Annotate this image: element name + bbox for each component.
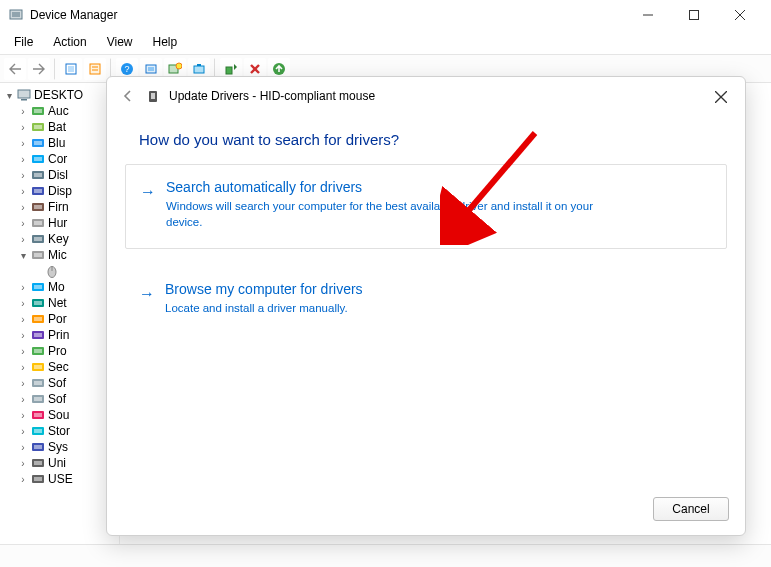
expander-icon[interactable]: › (18, 378, 28, 389)
expander-icon[interactable]: › (18, 218, 28, 229)
svg-rect-34 (34, 173, 42, 177)
svg-rect-19 (226, 67, 232, 74)
show-hidden-button[interactable] (60, 58, 82, 80)
svg-rect-28 (34, 125, 42, 129)
menu-view[interactable]: View (97, 32, 143, 52)
tree-node-label: Sof (48, 376, 66, 390)
tree-node[interactable]: ›Pro (18, 343, 119, 359)
tree-node[interactable]: ›Blu (18, 135, 119, 151)
menu-help[interactable]: Help (143, 32, 188, 52)
tree-node[interactable]: ›Sof (18, 391, 119, 407)
expander-icon[interactable]: › (18, 138, 28, 149)
expander-icon[interactable]: › (18, 458, 28, 469)
tree-node-label: Uni (48, 456, 66, 470)
expander-icon[interactable]: › (18, 362, 28, 373)
tree-node[interactable]: ›Disp (18, 183, 119, 199)
device-category-icon (30, 328, 46, 342)
tree-node[interactable]: ›Bat (18, 119, 119, 135)
tree-node[interactable]: ›Stor (18, 423, 119, 439)
svg-rect-23 (18, 90, 30, 98)
expander-icon[interactable]: › (18, 346, 28, 357)
tree-node-label: Sou (48, 408, 69, 422)
titlebar: Device Manager (0, 0, 771, 30)
tree-node-child[interactable] (18, 263, 119, 279)
forward-button[interactable] (28, 58, 50, 80)
expander-icon[interactable]: › (18, 298, 28, 309)
expander-icon[interactable]: › (18, 106, 28, 117)
tree-node[interactable]: ›Uni (18, 455, 119, 471)
dialog-back-button[interactable] (119, 87, 137, 105)
properties-button[interactable] (84, 58, 106, 80)
svg-rect-48 (34, 285, 42, 289)
tree-node-label: Prin (48, 328, 69, 342)
expander-icon[interactable]: › (18, 426, 28, 437)
expander-icon[interactable]: › (18, 314, 28, 325)
update-drivers-dialog: Update Drivers - HID-compliant mouse How… (106, 76, 746, 536)
tree-node[interactable]: ›Firn (18, 199, 119, 215)
tree-node-label: Stor (48, 424, 70, 438)
tree-node[interactable]: ›Sou (18, 407, 119, 423)
device-tree[interactable]: ▾ DESKTO ›Auc›Bat›Blu›Cor›Disl›Disp›Firn… (0, 83, 120, 544)
cancel-button[interactable]: Cancel (653, 497, 729, 521)
close-button[interactable] (717, 0, 763, 30)
tree-node[interactable]: ▾Mic (18, 247, 119, 263)
expander-icon[interactable]: › (18, 282, 28, 293)
expander-icon[interactable]: › (18, 234, 28, 245)
device-icon (145, 89, 161, 103)
expander-icon[interactable]: › (18, 154, 28, 165)
svg-rect-42 (34, 237, 42, 241)
menu-action[interactable]: Action (43, 32, 96, 52)
expander-icon[interactable]: › (18, 186, 28, 197)
tree-node[interactable]: ›Mo (18, 279, 119, 295)
back-button[interactable] (4, 58, 26, 80)
tree-node-label: Pro (48, 344, 67, 358)
tree-node[interactable]: ›Auc (18, 103, 119, 119)
status-bar (0, 544, 771, 567)
expander-icon[interactable]: › (18, 122, 28, 133)
svg-rect-7 (68, 66, 74, 72)
device-category-icon (30, 232, 46, 246)
tree-node[interactable]: ›Prin (18, 327, 119, 343)
svg-text:?: ? (124, 64, 129, 74)
expander-icon[interactable]: › (18, 410, 28, 421)
expander-icon[interactable]: › (18, 442, 28, 453)
tree-node[interactable]: ›Sof (18, 375, 119, 391)
expander-icon[interactable]: › (18, 202, 28, 213)
svg-rect-3 (690, 11, 699, 20)
tree-node-label: Key (48, 232, 69, 246)
tree-node[interactable]: ›Por (18, 311, 119, 327)
tree-node[interactable]: ›Sec (18, 359, 119, 375)
tree-node[interactable]: ›Hur (18, 215, 119, 231)
device-category-icon (30, 152, 46, 166)
tree-node-label: Disp (48, 184, 72, 198)
dialog-heading: How do you want to search for drivers? (125, 111, 727, 164)
option-browse-computer[interactable]: → Browse my computer for drivers Locate … (125, 267, 727, 323)
option-search-automatically[interactable]: → Search automatically for drivers Windo… (125, 164, 727, 249)
device-category-icon (30, 344, 46, 358)
expander-icon[interactable]: › (18, 474, 28, 485)
option-desc: Locate and install a driver manually. (165, 301, 605, 317)
maximize-button[interactable] (671, 0, 717, 30)
option-title: Search automatically for drivers (166, 179, 708, 195)
collapse-icon[interactable]: ▾ (4, 90, 14, 101)
tree-node[interactable]: ›Disl (18, 167, 119, 183)
svg-rect-72 (34, 477, 42, 481)
window-title: Device Manager (30, 8, 117, 22)
expander-icon[interactable]: ▾ (18, 250, 28, 261)
tree-node[interactable]: ›Cor (18, 151, 119, 167)
tree-node[interactable]: ›USE (18, 471, 119, 487)
tree-node[interactable]: ›Net (18, 295, 119, 311)
tree-node[interactable]: ›Sys (18, 439, 119, 455)
expander-icon[interactable]: › (18, 170, 28, 181)
expander-icon[interactable]: › (18, 394, 28, 405)
dialog-close-button[interactable] (709, 85, 733, 109)
minimize-button[interactable] (625, 0, 671, 30)
tree-root[interactable]: ▾ DESKTO (4, 87, 119, 103)
tree-node[interactable]: ›Key (18, 231, 119, 247)
tree-root-label: DESKTO (34, 88, 83, 102)
tree-node-label: Net (48, 296, 67, 310)
device-category-icon (30, 456, 46, 470)
expander-icon[interactable]: › (18, 330, 28, 341)
menu-file[interactable]: File (4, 32, 43, 52)
tree-node-label: Firn (48, 200, 69, 214)
